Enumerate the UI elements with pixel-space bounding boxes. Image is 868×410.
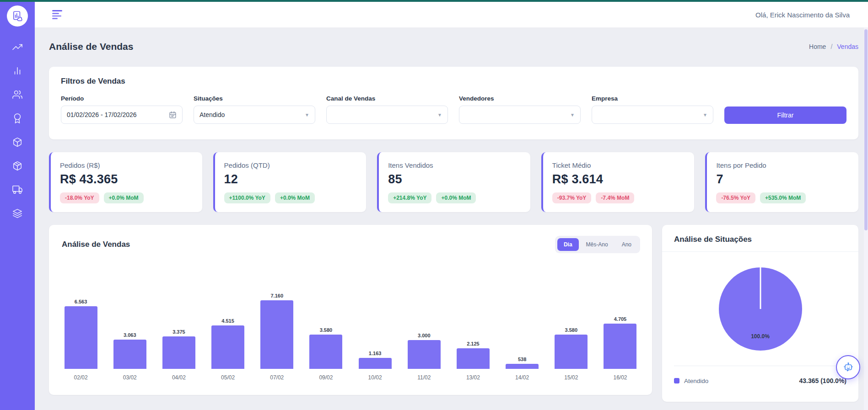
tab-mes-ano[interactable]: Mês-Ano [580, 238, 615, 251]
mom-badge: -7.4% MoM [596, 192, 634, 203]
situations-pie-chart[interactable]: 100.0% [719, 267, 802, 351]
app-logo[interactable] [7, 5, 28, 27]
topbar: Olá, Erick Nascimento da Silva [35, 2, 868, 27]
bar-x-label: 11/02 [417, 374, 431, 381]
sidebar-item-package[interactable] [9, 161, 26, 171]
situations-analysis-card: Análise de Situações 100.0% Atendido 43.… [662, 225, 858, 402]
yoy-badge: +214.8% YoY [388, 192, 431, 203]
calendar-icon [169, 111, 177, 119]
chevron-down-icon: ▼ [437, 112, 442, 117]
main-content: Análise de Vendas Home / Vendas Filtros … [35, 27, 868, 410]
bar-value-label: 3.000 [418, 333, 431, 338]
bar-column: 7.160 07/02 [253, 293, 302, 381]
field-periodo: Período [61, 95, 183, 124]
legend-label: Atendido [684, 378, 708, 384]
bar-column: 4.515 05/02 [204, 318, 253, 381]
yoy-badge: +1100.0% YoY [224, 192, 270, 203]
bar[interactable] [113, 340, 146, 369]
bar[interactable] [506, 364, 539, 369]
bar[interactable] [408, 340, 441, 369]
trending-up-icon [12, 42, 22, 52]
tab-ano[interactable]: Ano [615, 238, 638, 251]
scrollbar-track[interactable] [864, 27, 868, 410]
sidebar-toggle-button[interactable] [52, 10, 62, 19]
filtrar-button[interactable]: Filtrar [724, 106, 846, 124]
sidebar-item-users[interactable] [9, 90, 26, 100]
situacoes-selected-value: Atendido [199, 111, 225, 118]
mom-badge: +535.0% MoM [760, 192, 806, 203]
breadcrumb-separator: / [830, 43, 832, 50]
kpi-value: 85 [388, 172, 521, 186]
sidebar-item-bar-chart[interactable] [9, 66, 26, 76]
tab-dia[interactable]: Dia [557, 238, 579, 251]
bar-column: 3.375 04/02 [154, 329, 203, 381]
legend-swatch-atendido [674, 378, 679, 383]
bar-x-label: 16/02 [613, 374, 627, 381]
sidebar-item-box[interactable] [9, 137, 26, 147]
kpi-badges: -18.0% YoY +0.0% MoM [60, 192, 193, 203]
bar[interactable] [162, 336, 195, 369]
scrollbar-thumb[interactable] [864, 29, 868, 230]
pie-legend: Atendido 43.365 (100.0%) [674, 366, 846, 384]
bar[interactable] [260, 300, 293, 369]
sidebar-item-truck[interactable] [9, 185, 26, 195]
bar-column: 3.063 03/02 [105, 332, 154, 381]
charts-row: Análise de Vendas Dia Mês-Ano Ano 6.563 … [49, 225, 858, 402]
kpi-row: Pedidos (R$) R$ 43.365 -18.0% YoY +0.0% … [49, 152, 858, 212]
chatbot-fab-button[interactable] [836, 355, 860, 379]
breadcrumb-current[interactable]: Vendas [837, 43, 858, 50]
kpi-badges: -93.7% YoY -7.4% MoM [552, 192, 685, 203]
kpi-label: Itens Vendidos [388, 161, 521, 169]
sales-chart-title: Análise de Vendas [62, 240, 130, 249]
canal-select[interactable]: ▼ [326, 106, 448, 124]
breadcrumb-home[interactable]: Home [809, 43, 826, 50]
field-vendedores-label: Vendedores [459, 95, 581, 102]
yoy-badge: -18.0% YoY [60, 192, 99, 203]
bar[interactable] [359, 358, 392, 369]
field-empresa: Empresa ▼ [592, 95, 713, 124]
kpi-card-ticket-medio: Ticket Médio R$ 3.614 -93.7% YoY -7.4% M… [541, 152, 695, 212]
bar-value-label: 3.580 [565, 327, 578, 333]
bar-x-label: 15/02 [564, 374, 578, 381]
situations-title: Análise de Situações [674, 235, 846, 244]
bar-x-label: 10/02 [368, 374, 382, 381]
bar[interactable] [211, 325, 244, 369]
sidebar [0, 2, 35, 410]
mom-badge: +0.0% MoM [104, 192, 144, 203]
legend-entry: Atendido [674, 378, 708, 384]
award-icon [12, 113, 22, 123]
kpi-label: Itens por Pedido [716, 161, 849, 169]
kpi-label: Ticket Médio [552, 161, 685, 169]
sidebar-nav [9, 42, 26, 218]
field-canal-label: Canal de Vendas [326, 95, 448, 102]
sidebar-item-award[interactable] [9, 113, 26, 123]
yoy-badge: -76.5% YoY [716, 192, 755, 203]
chevron-down-icon: ▼ [570, 112, 575, 117]
sidebar-item-trending-up[interactable] [9, 42, 26, 52]
bar-value-label: 2.125 [467, 341, 480, 346]
bar[interactable] [65, 306, 97, 369]
bar-x-label: 07/02 [270, 374, 284, 381]
empresa-select[interactable]: ▼ [592, 106, 713, 124]
bar-x-label: 13/02 [466, 374, 480, 381]
filters-row: Período Situações Atendido ▼ Canal de Ve… [61, 95, 846, 124]
bar-value-label: 4.705 [614, 316, 627, 322]
sidebar-item-layers[interactable] [9, 208, 26, 218]
periodo-input[interactable] [67, 111, 169, 118]
bar[interactable] [604, 324, 636, 369]
bar-column: 538 14/02 [498, 357, 547, 381]
bar[interactable] [309, 335, 342, 369]
bar-x-label: 09/02 [319, 374, 333, 381]
vendedores-select[interactable]: ▼ [459, 106, 581, 124]
field-situacoes-label: Situações [194, 95, 315, 102]
bar[interactable] [555, 335, 588, 369]
kpi-badges: +214.8% YoY +0.0% MoM [388, 192, 521, 203]
chevron-down-icon: ▼ [305, 112, 309, 117]
situacoes-select[interactable]: Atendido ▼ [194, 106, 315, 124]
bar-column: 3.000 11/02 [399, 333, 448, 381]
page-title: Análise de Vendas [49, 41, 133, 52]
bar-value-label: 4.515 [221, 318, 234, 324]
bar[interactable] [457, 348, 490, 369]
bar-x-label: 05/02 [221, 374, 235, 381]
kpi-card-pedidos-rs: Pedidos (R$) R$ 43.365 -18.0% YoY +0.0% … [49, 152, 202, 212]
